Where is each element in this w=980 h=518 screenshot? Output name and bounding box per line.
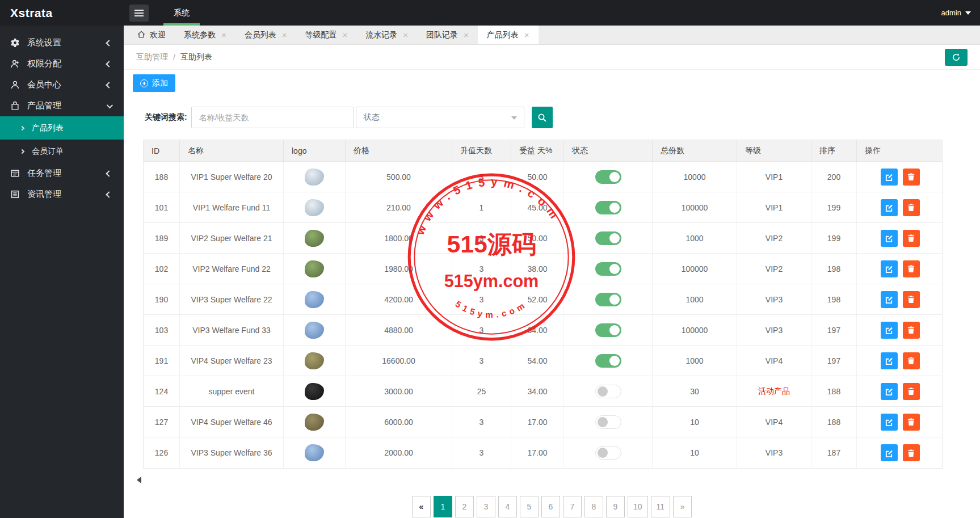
status-toggle[interactable]	[595, 354, 621, 368]
cell-total: 1000	[653, 346, 737, 376]
sidebar-subitem-member-orders[interactable]: 会员订单	[0, 140, 124, 163]
page-button-11[interactable]: 11	[651, 496, 671, 517]
cell-status	[564, 407, 653, 437]
delete-button[interactable]	[903, 383, 920, 400]
delete-button[interactable]	[903, 169, 920, 186]
breadcrumb-parent[interactable]: 互助管理	[136, 52, 168, 62]
page-button-3[interactable]: 3	[477, 496, 495, 517]
status-toggle[interactable]	[595, 385, 621, 398]
status-toggle[interactable]	[595, 231, 621, 245]
edit-button[interactable]	[881, 352, 898, 369]
column-header-操作: 操作	[857, 140, 943, 161]
cell-price: 1800.00	[346, 223, 452, 253]
delete-button[interactable]	[903, 352, 920, 369]
add-button[interactable]: 添加	[133, 74, 175, 92]
page-button-«[interactable]: «	[412, 496, 431, 517]
status-toggle[interactable]	[595, 446, 621, 460]
sidebar-item-system-settings[interactable]: 系统设置	[0, 32, 124, 53]
user-menu[interactable]: admin	[941, 9, 971, 17]
status-toggle[interactable]	[595, 293, 621, 306]
tabbar: 欢迎系统参数×会员列表×等级配置×流水记录×团队记录×产品列表×	[124, 26, 980, 45]
edit-button[interactable]	[881, 383, 898, 400]
keyword-input[interactable]	[191, 107, 354, 128]
tab-close-icon[interactable]: ×	[343, 31, 348, 39]
cell-logo	[284, 162, 346, 192]
cell-status	[564, 376, 653, 406]
page-button-5[interactable]: 5	[520, 496, 539, 517]
page-button-9[interactable]: 9	[606, 496, 625, 517]
breadcrumb-separator: /	[173, 53, 175, 62]
cell-sort: 198	[811, 284, 857, 314]
cell-status	[564, 346, 653, 376]
sidebar-item-permissions[interactable]: 权限分配	[0, 53, 124, 74]
delete-button[interactable]	[903, 414, 920, 431]
edit-button[interactable]	[881, 414, 898, 431]
page-button-1[interactable]: 1	[434, 496, 452, 517]
edit-button[interactable]	[881, 260, 898, 277]
page-button-7[interactable]: 7	[563, 496, 582, 517]
status-select[interactable]: 状态	[356, 107, 524, 128]
page-button-4[interactable]: 4	[498, 496, 517, 517]
tab-close-icon[interactable]: ×	[282, 31, 287, 39]
sidebar-item-task-manage[interactable]: 任务管理	[0, 163, 124, 184]
tab-欢迎[interactable]: 欢迎	[128, 26, 175, 44]
cell-actions	[857, 346, 943, 376]
status-toggle[interactable]	[595, 415, 621, 429]
tab-label: 团队记录	[426, 30, 458, 40]
tab-流水记录[interactable]: 流水记录×	[356, 26, 417, 44]
hamburger-menu-icon[interactable]	[129, 5, 149, 22]
tab-close-icon[interactable]: ×	[403, 31, 408, 39]
cell-name: VIP3 Super Welfare 36	[180, 437, 284, 468]
delete-button[interactable]	[903, 291, 920, 308]
table-row: 189VIP2 Super Welfare 211800.00350.00100…	[144, 223, 942, 254]
search-button[interactable]	[532, 107, 553, 128]
edit-button[interactable]	[881, 322, 898, 339]
cell-actions	[857, 315, 943, 345]
sidebar-item-member-center[interactable]: 会员中心	[0, 74, 124, 95]
cell-sort: 199	[811, 223, 857, 253]
delete-button[interactable]	[903, 199, 920, 216]
delete-button[interactable]	[903, 230, 920, 247]
tab-label: 流水记录	[365, 30, 397, 40]
chevron-left-icon	[106, 170, 112, 176]
scroll-left-arrow-icon[interactable]	[137, 477, 141, 483]
page-button-8[interactable]: 8	[584, 496, 603, 517]
page-button-6[interactable]: 6	[541, 496, 560, 517]
tab-close-icon[interactable]: ×	[464, 31, 469, 39]
edit-button[interactable]	[881, 199, 898, 216]
delete-button[interactable]	[903, 444, 920, 461]
edit-button[interactable]	[881, 230, 898, 247]
edit-button[interactable]	[881, 169, 898, 186]
tab-等级配置[interactable]: 等级配置×	[296, 26, 357, 44]
tab-团队记录[interactable]: 团队记录×	[417, 26, 478, 44]
status-toggle[interactable]	[595, 170, 621, 184]
edit-button[interactable]	[881, 444, 898, 461]
sidebar-item-product-manage[interactable]: 产品管理	[0, 95, 124, 116]
refresh-button[interactable]	[945, 49, 968, 66]
sidebar-item-news-manage[interactable]: 资讯管理	[0, 184, 124, 205]
page-button-2[interactable]: 2	[455, 496, 474, 517]
brand-logo[interactable]: Xstrata	[0, 6, 124, 20]
page-button-»[interactable]: »	[673, 496, 692, 517]
tab-产品列表[interactable]: 产品列表×	[478, 26, 539, 44]
topmenu-system[interactable]: 系统	[159, 0, 204, 26]
cell-total: 1000	[653, 284, 737, 314]
refresh-icon	[952, 53, 961, 62]
cell-days: 3	[452, 315, 511, 345]
cell-status	[564, 254, 653, 284]
tab-close-icon[interactable]: ×	[524, 31, 529, 39]
sidebar-subitem-product-list[interactable]: 产品列表	[0, 116, 124, 140]
product-logo-image	[305, 414, 324, 431]
tab-会员列表[interactable]: 会员列表×	[235, 26, 296, 44]
chevron-down-icon	[107, 102, 113, 108]
tab-系统参数[interactable]: 系统参数×	[175, 26, 235, 44]
status-toggle[interactable]	[595, 323, 621, 337]
tab-close-icon[interactable]: ×	[221, 31, 226, 39]
delete-button[interactable]	[903, 322, 920, 339]
status-toggle[interactable]	[595, 262, 621, 276]
add-button-label: 添加	[152, 78, 168, 89]
delete-button[interactable]	[903, 260, 920, 277]
page-button-10[interactable]: 10	[628, 496, 648, 517]
status-toggle[interactable]	[595, 201, 621, 214]
edit-button[interactable]	[881, 291, 898, 308]
